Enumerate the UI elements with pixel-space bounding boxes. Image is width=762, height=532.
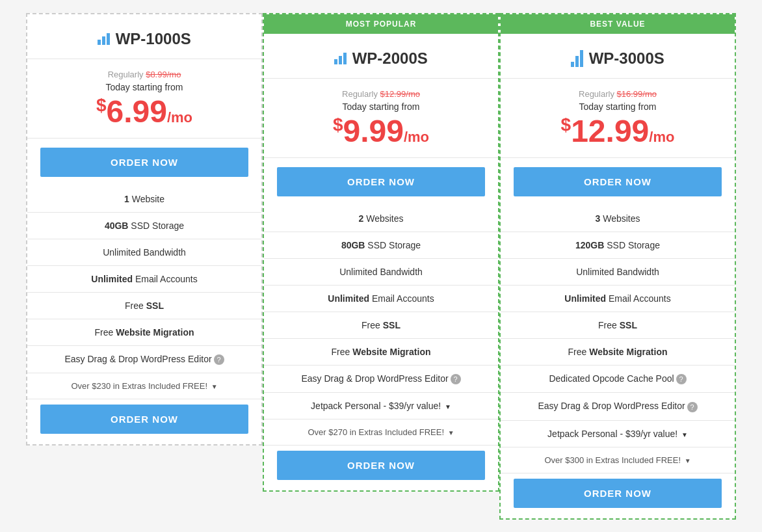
feature-row-wp2000s-2: Unlimited Bandwidth	[264, 259, 498, 286]
plan-today-label-wp3000s: Today starting from	[514, 101, 722, 112]
order-btn-bottom-wp3000s[interactable]: ORDER NOW	[514, 479, 722, 508]
feature-row-wp1000s-5: Free Website Migration	[27, 319, 261, 346]
plan-today-label-wp1000s: Today starting from	[40, 82, 248, 92]
plan-pricing-wp3000s: Regularly $16.99/mo Today starting from …	[501, 79, 735, 158]
feature-row-wp3000s-6: Dedicated Opcode Cache Pool?	[501, 366, 735, 393]
plan-price-wp1000s: $6.99/mo	[40, 96, 248, 127]
feature-row-wp3000s-4: Free SSL	[501, 312, 735, 339]
extras-arrow-wp1000s-7[interactable]: ▼	[211, 383, 218, 390]
plan-icon-wp1000s	[98, 33, 110, 45]
order-btn-top-wp3000s[interactable]: ORDER NOW	[514, 167, 722, 196]
plan-header-wp3000s: WP-3000S	[501, 34, 735, 79]
plan-regular-price-wp2000s: Regularly $12.99/mo	[277, 89, 485, 99]
feature-row-wp2000s-0: 2 Websites	[264, 206, 498, 232]
plan-pricing-wp1000s: Regularly $8.99/mo Today starting from $…	[27, 59, 261, 139]
order-btn-bottom-wp2000s[interactable]: ORDER NOW	[277, 451, 485, 480]
extras-row-wp1000s-7: Over $230 in Extras Included FREE! ▼	[27, 373, 261, 399]
plan-today-label-wp2000s: Today starting from	[277, 101, 485, 112]
order-btn-top-wp2000s[interactable]: ORDER NOW	[277, 167, 485, 196]
feature-row-wp3000s-7: Easy Drag & Drop WordPress Editor?	[501, 393, 735, 420]
feature-row-wp3000s-0: 3 Websites	[501, 206, 735, 232]
feature-row-wp1000s-2: Unlimited Bandwidth	[27, 239, 261, 266]
feature-row-wp2000s-4: Free SSL	[264, 312, 498, 339]
plan-name-wp3000s: WP-3000S	[589, 49, 664, 67]
feature-row-wp3000s-3: Unlimited Email Accounts	[501, 286, 735, 312]
jetpack-arrow-wp3000s-8[interactable]: ▼	[681, 431, 688, 438]
plan-icon-wp2000s	[334, 53, 347, 64]
plan-badge-wp2000s: MOST POPULAR	[264, 14, 498, 34]
extras-row-wp2000s-8: Over $270 in Extras Included FREE! ▼	[264, 419, 498, 446]
plan-name-wp1000s: WP-1000S	[116, 30, 191, 47]
help-icon-wp1000s-6[interactable]: ?	[214, 354, 224, 365]
help-icon-wp2000s-6[interactable]: ?	[451, 374, 461, 384]
jetpack-row-wp3000s-8: Jetpack Personal - $39/yr value! ▼	[501, 421, 735, 447]
feature-row-wp2000s-1: 80GB SSD Storage	[264, 232, 498, 259]
plan-name-wp2000s: WP-2000S	[352, 49, 428, 67]
feature-row-wp1000s-1: 40GB SSD Storage	[27, 213, 261, 239]
feature-row-wp2000s-6: Easy Drag & Drop WordPress Editor?	[264, 366, 498, 393]
plan-header-wp2000s: WP-2000S	[264, 34, 498, 79]
feature-row-wp3000s-5: Free Website Migration	[501, 339, 735, 366]
plan-badge-wp3000s: BEST VALUE	[501, 14, 735, 34]
feature-row-wp1000s-4: Free SSL	[27, 293, 261, 319]
plan-card-wp2000s: MOST POPULAR WP-2000S Regularly $12.99/m…	[263, 13, 499, 492]
plan-pricing-wp2000s: Regularly $12.99/mo Today starting from …	[264, 79, 498, 158]
help-icon-wp3000s-7[interactable]: ?	[687, 402, 698, 412]
pricing-container: WP-1000S Regularly $8.99/mo Today starti…	[13, 13, 749, 520]
plan-header-wp1000s: WP-1000S	[27, 14, 261, 59]
plan-icon-wp3000s	[571, 50, 583, 67]
extras-arrow-wp2000s-8[interactable]: ▼	[448, 429, 454, 436]
plan-card-wp1000s: WP-1000S Regularly $8.99/mo Today starti…	[26, 13, 263, 446]
feature-row-wp3000s-2: Unlimited Bandwidth	[501, 259, 735, 286]
help-icon-wp3000s-6[interactable]: ?	[676, 374, 687, 384]
plan-price-wp2000s: $9.99/mo	[277, 116, 485, 147]
order-btn-top-wp1000s[interactable]: ORDER NOW	[40, 148, 248, 177]
extras-row-wp3000s-9: Over $300 in Extras Included FREE! ▼	[501, 447, 735, 473]
plan-price-wp3000s: $12.99/mo	[514, 116, 722, 147]
plan-regular-price-wp1000s: Regularly $8.99/mo	[40, 70, 248, 79]
jetpack-arrow-wp2000s-7[interactable]: ▼	[445, 403, 451, 410]
plan-card-wp3000s: BEST VALUE WP-3000S Regularly $16.99/mo …	[499, 13, 736, 520]
extras-arrow-wp3000s-9[interactable]: ▼	[685, 457, 691, 464]
feature-row-wp1000s-0: 1 Website	[27, 186, 261, 213]
feature-row-wp3000s-1: 120GB SSD Storage	[501, 232, 735, 259]
feature-row-wp2000s-5: Free Website Migration	[264, 339, 498, 366]
order-btn-bottom-wp1000s[interactable]: ORDER NOW	[40, 405, 248, 434]
feature-row-wp1000s-6: Easy Drag & Drop WordPress Editor?	[27, 346, 261, 373]
plan-regular-price-wp3000s: Regularly $16.99/mo	[514, 89, 722, 99]
feature-row-wp1000s-3: Unlimited Email Accounts	[27, 266, 261, 293]
feature-row-wp2000s-3: Unlimited Email Accounts	[264, 286, 498, 312]
jetpack-row-wp2000s-7: Jetpack Personal - $39/yr value! ▼	[264, 393, 498, 419]
